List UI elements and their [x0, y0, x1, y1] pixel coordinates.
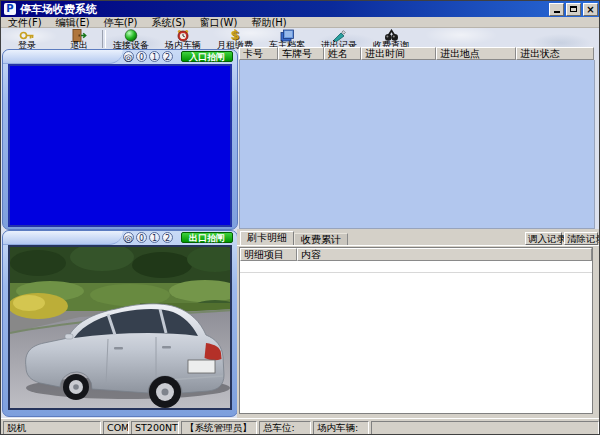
entrance-camera-select-icon[interactable]: ◎: [123, 51, 134, 62]
exit-channel-1-button[interactable]: 1: [149, 232, 160, 243]
tab-fee-total[interactable]: 收费累计: [294, 233, 348, 245]
detail-table: 明细项目 内容: [239, 247, 593, 414]
close-button[interactable]: ×: [583, 3, 598, 16]
car-photo: [10, 247, 232, 410]
clear-records-button[interactable]: 清除记录: [564, 232, 598, 245]
status-spacer: [371, 421, 599, 435]
inout-records-table: 卡号 车牌号 姓名 进出时间 进出地点 进出状态: [239, 47, 595, 229]
exit-channel-0-button[interactable]: 0: [136, 232, 147, 243]
exit-raise-gate-button[interactable]: 出口抬闸: [181, 232, 233, 243]
menu-edit[interactable]: 编辑(E): [49, 17, 97, 28]
column-name[interactable]: 姓名: [324, 47, 361, 60]
minimize-icon: [554, 11, 560, 13]
toolbar-inside-vehicles-button[interactable]: 场内车辆: [159, 28, 207, 50]
entrance-channel-1-button[interactable]: 1: [149, 51, 160, 62]
exit-video-screen: [8, 245, 232, 410]
titlebar: P 停车场收费系统 ×: [1, 1, 600, 17]
menu-system[interactable]: 系统(S): [145, 17, 193, 28]
maximize-icon: [570, 6, 577, 12]
entrance-camera-panel: ◎ 0 1 2 入口抬闸: [2, 49, 238, 230]
status-com-port: COM1: [103, 421, 129, 435]
menubar: 文件(F) 编辑(E) 停车(P) 系统(S) 窗口(W) 帮助(H): [1, 17, 600, 28]
entrance-channel-2-button[interactable]: 2: [162, 51, 173, 62]
menu-help[interactable]: 帮助(H): [244, 17, 293, 28]
statusbar: 脱机 COM1 ST200NT2 【系统管理员】 总车位: 场内车辆:: [1, 418, 600, 435]
toolbar-exit-button[interactable]: 退出: [57, 28, 101, 50]
status-inside-vehicles: 场内车辆:: [313, 421, 369, 435]
load-records-button[interactable]: 调入记录: [525, 232, 562, 245]
column-inout-time[interactable]: 进出时间: [361, 47, 436, 60]
entrance-camera-controls: ◎ 0 1 2 入口抬闸: [3, 50, 237, 63]
detail-tabs: 刷卡明细 收费累计: [240, 231, 348, 245]
status-device-model: ST200NT2: [131, 421, 179, 435]
column-card-no[interactable]: 卡号: [239, 47, 278, 60]
tab-strip-line: [237, 245, 600, 246]
window-controls: ×: [549, 3, 600, 16]
maximize-button[interactable]: [566, 3, 581, 16]
column-plate-no[interactable]: 车牌号: [278, 47, 324, 60]
entrance-channel-0-button[interactable]: 0: [136, 51, 147, 62]
exit-channel-2-button[interactable]: 2: [162, 232, 173, 243]
detail-empty-row: [240, 261, 592, 273]
window-title: 停车场收费系统: [20, 2, 97, 17]
app-icon: P: [4, 3, 16, 15]
minimize-button[interactable]: [549, 3, 564, 16]
status-connection: 脱机: [3, 421, 101, 435]
app-window: P 停车场收费系统 × 文件(F) 编辑(E) 停车(P) 系统(S) 窗口(W…: [0, 0, 600, 435]
tab-swipe-detail[interactable]: 刷卡明细: [240, 231, 294, 245]
column-inout-status[interactable]: 进出状态: [516, 47, 594, 60]
detail-zone: 刷卡明细 收费累计 调入记录 清除记录 明细项目 内容: [237, 229, 600, 418]
entrance-video-screen: [8, 64, 232, 227]
menu-window[interactable]: 窗口(W): [193, 17, 245, 28]
exit-camera-panel: ◎ 0 1 2 出口抬闸: [2, 230, 238, 417]
status-total-spaces: 总车位:: [259, 421, 311, 435]
menu-parking[interactable]: 停车(P): [97, 17, 145, 28]
exit-camera-controls: ◎ 0 1 2 出口抬闸: [3, 231, 237, 244]
toolbar-separator: [102, 30, 106, 48]
column-detail-item[interactable]: 明细项目: [240, 248, 297, 261]
status-user: 【系统管理员】: [181, 421, 257, 435]
toolbar-login-button[interactable]: 登录: [5, 28, 49, 50]
toolbar-connect-device-button[interactable]: 连接设备: [107, 28, 155, 50]
records-header-row: 卡号 车牌号 姓名 进出时间 进出地点 进出状态: [239, 47, 595, 60]
exit-camera-select-icon[interactable]: ◎: [123, 232, 134, 243]
column-detail-content[interactable]: 内容: [297, 248, 592, 261]
menu-file[interactable]: 文件(F): [1, 17, 49, 28]
records-body[interactable]: [239, 60, 595, 229]
column-inout-place[interactable]: 进出地点: [436, 47, 516, 60]
detail-header-row: 明细项目 内容: [240, 248, 592, 261]
entrance-raise-gate-button[interactable]: 入口抬闸: [181, 51, 233, 62]
